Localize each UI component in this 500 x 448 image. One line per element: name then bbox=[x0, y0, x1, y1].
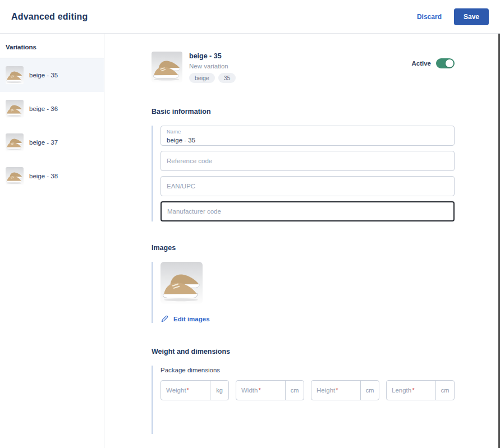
variation-title: beige - 35 bbox=[189, 52, 236, 60]
length-unit: cm bbox=[435, 381, 454, 400]
ean-upc-field bbox=[160, 176, 455, 196]
active-toggle[interactable] bbox=[436, 58, 455, 68]
images-heading: Images bbox=[152, 244, 500, 252]
height-placeholder: Height bbox=[316, 387, 335, 394]
variation-label: beige - 38 bbox=[29, 173, 58, 179]
variation-thumbnail bbox=[6, 167, 24, 185]
active-label: Active bbox=[411, 60, 431, 67]
height-input[interactable]: Height* bbox=[311, 381, 360, 400]
gallery-image[interactable] bbox=[160, 262, 203, 304]
variation-thumbnail bbox=[6, 66, 24, 84]
variation-tags: beige 35 bbox=[189, 73, 236, 83]
variations-header: Variations bbox=[0, 34, 104, 58]
variation-item-beige-36[interactable]: beige - 36 bbox=[0, 92, 104, 126]
name-input[interactable] bbox=[167, 136, 448, 145]
package-dimensions-label: Package dimensions bbox=[160, 366, 500, 373]
tag-35: 35 bbox=[218, 73, 236, 83]
length-input[interactable]: Length* bbox=[387, 381, 435, 400]
weight-unit: kg bbox=[210, 381, 228, 400]
variation-label: beige - 37 bbox=[29, 139, 58, 146]
edit-images-button[interactable]: Edit images bbox=[160, 315, 500, 323]
reference-code-input[interactable] bbox=[161, 151, 454, 170]
required-mark: * bbox=[187, 387, 189, 394]
page-title: Advanced editing bbox=[11, 12, 88, 22]
height-unit: cm bbox=[360, 381, 379, 400]
basic-information-section: Basic information Name bbox=[152, 108, 500, 221]
edit-images-label: Edit images bbox=[173, 316, 210, 322]
basic-information-fields: Name bbox=[152, 126, 500, 221]
topbar-actions: Discard Save bbox=[417, 8, 489, 25]
required-mark: * bbox=[258, 387, 260, 394]
product-header: beige - 35 New variation beige 35 Active bbox=[152, 52, 455, 83]
manufacturer-code-field bbox=[160, 201, 455, 221]
discard-button[interactable]: Discard bbox=[417, 13, 442, 21]
weight-dimensions-section: Weight and dimensions Package dimensions… bbox=[152, 348, 500, 434]
ean-upc-input[interactable] bbox=[161, 177, 454, 196]
name-field: Name bbox=[160, 126, 455, 146]
basic-information-heading: Basic information bbox=[152, 108, 500, 116]
toggle-knob bbox=[446, 59, 453, 67]
main-panel: beige - 35 New variation beige 35 Active… bbox=[104, 34, 500, 448]
length-placeholder: Length bbox=[392, 387, 411, 394]
topbar: Advanced editing Discard Save bbox=[0, 0, 500, 34]
dimension-fields-row: Weight* kg Width* cm Height* bbox=[160, 380, 455, 434]
variation-label: beige - 36 bbox=[29, 105, 58, 112]
variation-label: beige - 35 bbox=[29, 72, 58, 78]
variation-thumbnail bbox=[6, 100, 24, 118]
manufacturer-code-input[interactable] bbox=[162, 202, 453, 220]
variation-thumbnail bbox=[6, 133, 24, 151]
tag-beige: beige bbox=[189, 73, 215, 83]
variation-item-beige-37[interactable]: beige - 37 bbox=[0, 126, 104, 159]
weight-field: Weight* kg bbox=[160, 380, 229, 400]
product-info: beige - 35 New variation beige 35 bbox=[189, 52, 236, 83]
active-toggle-group: Active bbox=[411, 58, 455, 68]
save-button[interactable]: Save bbox=[454, 8, 489, 25]
name-field-label: Name bbox=[167, 128, 448, 135]
width-field: Width* cm bbox=[236, 380, 304, 400]
weight-dimensions-content: Package dimensions Weight* kg Width* cm bbox=[152, 366, 500, 434]
height-field: Height* cm bbox=[311, 380, 379, 400]
weight-placeholder: Weight bbox=[166, 387, 186, 394]
required-mark: * bbox=[412, 387, 414, 394]
length-field: Length* cm bbox=[386, 380, 455, 400]
variation-item-beige-38[interactable]: beige - 38 bbox=[0, 159, 104, 193]
variation-subtitle: New variation bbox=[189, 63, 236, 70]
weight-dimensions-heading: Weight and dimensions bbox=[152, 348, 500, 355]
images-section: Images Edit images bbox=[152, 244, 500, 323]
width-input[interactable]: Width* bbox=[236, 381, 285, 400]
weight-input[interactable]: Weight* bbox=[161, 381, 210, 400]
pencil-icon bbox=[160, 315, 169, 323]
width-placeholder: Width bbox=[241, 387, 258, 394]
variation-item-beige-35[interactable]: beige - 35 bbox=[0, 58, 104, 92]
variations-sidebar: Variations beige - 35 beige - 36 beige -… bbox=[0, 34, 104, 448]
images-content: Edit images bbox=[152, 262, 500, 323]
reference-code-field bbox=[160, 151, 455, 171]
required-mark: * bbox=[336, 387, 338, 394]
width-unit: cm bbox=[285, 381, 304, 400]
product-image bbox=[152, 52, 182, 82]
